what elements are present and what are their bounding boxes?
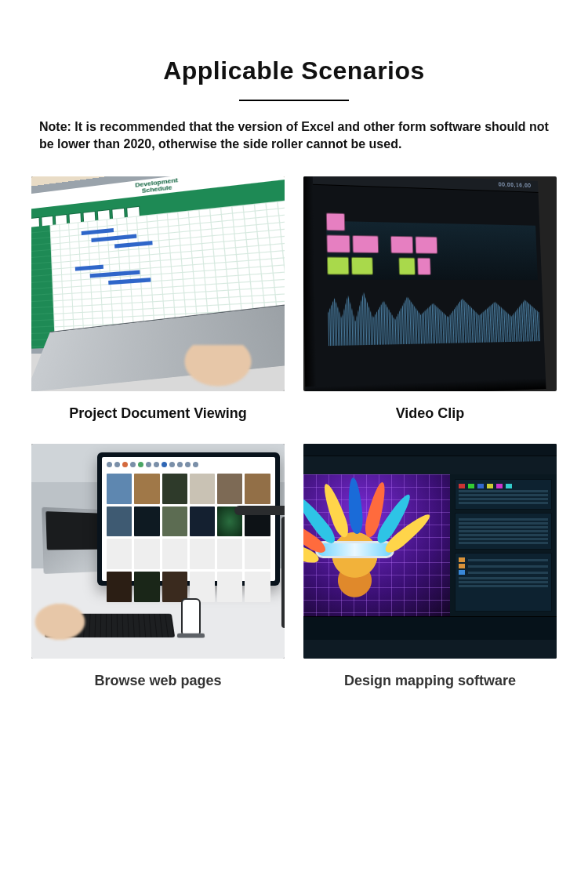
scenario-image-spreadsheet: Development Schedule: [31, 176, 285, 391]
scenario-image-video-editor: 00,00,16,00: [303, 176, 557, 391]
page: Applicable Scenarios Note: It is recomme…: [0, 0, 588, 713]
divider: [239, 100, 349, 101]
page-title: Applicable Scenarios: [31, 56, 557, 85]
3d-viewport: [303, 474, 450, 616]
scenario-caption: Video Clip: [303, 405, 557, 422]
scenario-image-3d-software: [303, 444, 557, 659]
scenario-card-design-software: Design mapping software: [303, 444, 557, 689]
scenario-card-browse-web: Browse web pages: [31, 444, 285, 689]
scenario-caption: Project Document Viewing: [31, 405, 285, 422]
note-text: Note: It is recommended that the version…: [39, 118, 549, 153]
scenario-caption: Browse web pages: [31, 673, 285, 689]
scenario-caption: Design mapping software: [303, 673, 557, 689]
scenario-card-project-document: Development Schedule: [31, 176, 285, 422]
scenario-card-video-clip: 00,00,16,00: [303, 176, 557, 422]
3d-side-panel: [450, 474, 557, 616]
note-label: Note:: [39, 120, 71, 133]
scenario-image-desk-monitor: [31, 444, 285, 659]
scenario-grid: Development Schedule: [31, 176, 557, 688]
note-body: It is recommended that the version of Ex…: [39, 120, 549, 151]
